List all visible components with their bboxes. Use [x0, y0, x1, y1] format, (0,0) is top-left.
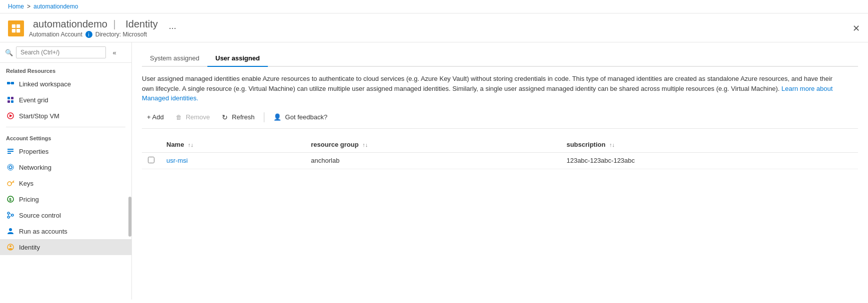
- page-header: automationdemo | Identity Automation Acc…: [0, 13, 868, 42]
- svg-point-16: [9, 166, 12, 169]
- sidebar-item-label: Keys: [19, 180, 33, 187]
- sidebar-item-label: Pricing: [19, 196, 39, 203]
- scrollbar-track: [128, 42, 131, 300]
- svg-rect-13: [7, 149, 13, 150]
- subscription-cell: 123abc-123abc-123abc: [561, 152, 858, 169]
- source-control-icon: [6, 211, 15, 220]
- run-as-accounts-icon: [6, 227, 15, 236]
- sidebar-item-label: Start/Stop VM: [19, 112, 59, 120]
- collapse-sidebar-button[interactable]: «: [109, 47, 120, 58]
- sidebar-item-label: Event grid: [19, 96, 48, 104]
- close-button[interactable]: ✕: [853, 23, 860, 34]
- breadcrumb: Home > automationdemo: [0, 0, 868, 13]
- resource-icon: [8, 20, 24, 36]
- sidebar-item-label: Run as accounts: [19, 228, 67, 235]
- table-row: usr-msi anchorlab 123abc-123abc-123abc: [142, 152, 858, 169]
- sidebar-item-pricing[interactable]: $ Pricing: [0, 191, 131, 207]
- sidebar-section-related-resources: Related Resources: [0, 63, 131, 76]
- svg-rect-1: [16, 24, 20, 27]
- sidebar-item-run-as-accounts[interactable]: Run as accounts: [0, 223, 131, 239]
- page-title: automationdemo | Identity: [29, 18, 158, 30]
- svg-marker-12: [9, 114, 12, 117]
- pricing-icon: $: [6, 195, 15, 204]
- tab-system-assigned[interactable]: System assigned: [142, 50, 207, 67]
- subscription-column-header[interactable]: subscription ↑↓: [561, 137, 858, 153]
- remove-button[interactable]: 🗑Remove: [171, 111, 215, 123]
- svg-rect-10: [11, 100, 13, 103]
- sidebar-item-identity[interactable]: Identity: [0, 239, 131, 255]
- breadcrumb-home[interactable]: Home: [8, 3, 24, 10]
- linked-workspace-icon: [6, 79, 15, 88]
- svg-point-24: [7, 216, 9, 218]
- svg-rect-8: [11, 97, 13, 99]
- identities-table: Name ↑↓ resource group ↑↓ subscription ↑…: [142, 137, 858, 169]
- identity-icon: [6, 243, 15, 252]
- row-checkbox-cell: [142, 152, 160, 169]
- networking-icon: [6, 163, 15, 172]
- svg-rect-7: [7, 97, 10, 99]
- breadcrumb-current[interactable]: automationdemo: [33, 3, 78, 10]
- svg-rect-5: [11, 82, 14, 84]
- sidebar-item-source-control[interactable]: Source control: [0, 207, 131, 223]
- sidebar: 🔍 « Related Resources Linked workspace E…: [0, 42, 132, 300]
- sidebar-item-label: Properties: [19, 148, 48, 155]
- refresh-button[interactable]: ↻Refresh: [217, 111, 260, 123]
- tab-bar: System assigned User assigned: [142, 50, 858, 67]
- table-header-row: Name ↑↓ resource group ↑↓ subscription ↑…: [142, 137, 858, 153]
- add-button[interactable]: + Add: [142, 111, 169, 123]
- remove-icon: 🗑: [176, 114, 182, 121]
- sidebar-divider: [6, 127, 125, 127]
- refresh-icon: ↻: [222, 113, 228, 121]
- sidebar-item-networking[interactable]: Networking: [0, 159, 131, 175]
- svg-rect-2: [12, 28, 15, 32]
- sidebar-item-label: Source control: [19, 212, 61, 219]
- scrollbar-thumb: [128, 197, 131, 237]
- sidebar-item-event-grid[interactable]: Event grid: [0, 92, 131, 108]
- row-checkbox[interactable]: [148, 157, 154, 163]
- resource-group-sort-icon: ↑↓: [362, 142, 368, 148]
- main-layout: 🔍 « Related Resources Linked workspace E…: [0, 42, 868, 300]
- svg-rect-15: [7, 153, 11, 154]
- start-stop-vm-icon: [6, 111, 15, 120]
- svg-line-28: [9, 216, 11, 217]
- svg-rect-4: [7, 82, 10, 84]
- svg-rect-0: [12, 24, 15, 27]
- sidebar-item-linked-workspace[interactable]: Linked workspace: [0, 76, 131, 92]
- toolbar-separator: [264, 112, 264, 122]
- sidebar-item-properties[interactable]: Properties: [0, 143, 131, 159]
- properties-icon: [6, 147, 15, 156]
- select-all-header: [142, 137, 160, 153]
- sidebar-item-keys[interactable]: Keys: [0, 175, 131, 191]
- sidebar-item-label: Networking: [19, 164, 51, 171]
- header-subtitle: Automation Account i Directory: Microsof…: [29, 31, 158, 38]
- sidebar-item-label: Linked workspace: [19, 80, 71, 88]
- svg-rect-3: [16, 28, 20, 32]
- sidebar-search-container: 🔍 «: [0, 42, 131, 63]
- svg-line-20: [13, 182, 14, 183]
- tab-user-assigned[interactable]: User assigned: [207, 50, 268, 67]
- svg-rect-14: [7, 151, 13, 152]
- svg-point-31: [9, 245, 11, 247]
- name-column-header[interactable]: Name ↑↓: [160, 137, 305, 153]
- search-input[interactable]: [16, 46, 106, 58]
- sidebar-section-account-settings: Account Settings: [0, 130, 131, 143]
- keys-icon: [6, 179, 15, 188]
- svg-point-23: [7, 212, 9, 214]
- svg-rect-9: [7, 100, 10, 103]
- svg-point-25: [11, 214, 13, 216]
- toolbar: + Add 🗑Remove ↻Refresh 👤Got feedback?: [142, 111, 858, 129]
- name-sort-icon: ↑↓: [188, 142, 193, 148]
- feedback-icon: 👤: [273, 113, 281, 121]
- svg-point-18: [7, 182, 11, 186]
- identity-name-cell: usr-msi: [160, 152, 305, 169]
- event-grid-icon: [6, 95, 15, 104]
- svg-line-27: [9, 213, 11, 215]
- more-options-button[interactable]: ···: [169, 23, 176, 33]
- identity-name-link[interactable]: usr-msi: [166, 157, 188, 164]
- resource-group-column-header[interactable]: resource group ↑↓: [305, 137, 560, 153]
- sidebar-item-label: Identity: [19, 244, 40, 251]
- feedback-button[interactable]: 👤Got feedback?: [268, 111, 333, 123]
- search-icon: 🔍: [5, 49, 13, 56]
- subscription-sort-icon: ↑↓: [609, 142, 615, 148]
- sidebar-item-start-stop-vm[interactable]: Start/Stop VM: [0, 108, 131, 124]
